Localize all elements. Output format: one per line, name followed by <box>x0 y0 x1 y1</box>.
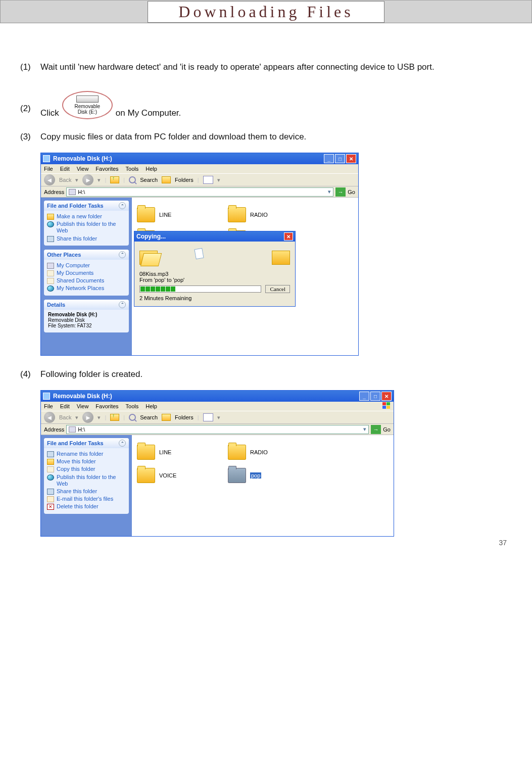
menu-favorites[interactable]: Favorites <box>95 166 118 172</box>
details-fs: File System: FAT32 <box>48 323 125 328</box>
document-icon <box>194 248 204 259</box>
menu-bar: File Edit View Favorites Tools Help <box>41 164 358 173</box>
side-panel: File and Folder Tasks⌃ Rename this folde… <box>41 435 132 536</box>
back-label: Back <box>59 414 71 420</box>
titlebar[interactable]: Removable Disk (H:) _ □ ✕ <box>41 153 358 164</box>
titlebar[interactable]: Removable Disk (H:) _ □ ✕ <box>41 391 394 402</box>
menu-help[interactable]: Help <box>146 166 157 172</box>
menu-tools[interactable]: Tools <box>126 403 139 409</box>
page-number: 37 <box>0 537 532 552</box>
folder-pop-selected[interactable]: pop <box>228 465 319 486</box>
menu-help[interactable]: Help <box>146 403 157 409</box>
menu-view[interactable]: View <box>77 166 89 172</box>
go-button[interactable]: → <box>371 425 381 434</box>
menu-file[interactable]: File <box>44 166 53 172</box>
page-banner: Downloading Files <box>0 0 532 23</box>
minimize-button[interactable]: _ <box>324 154 334 163</box>
details-header: Details <box>47 302 65 308</box>
address-bar: Address H:\ ▾ → Go <box>41 186 358 198</box>
forward-button[interactable]: ► <box>82 412 93 423</box>
close-button[interactable]: ✕ <box>346 154 356 163</box>
go-button[interactable]: → <box>335 187 346 197</box>
folder-view[interactable]: LINE RADIO VOICE pop <box>132 435 394 536</box>
up-button[interactable] <box>110 176 119 183</box>
task-share[interactable]: Share this folder <box>47 235 126 243</box>
back-button[interactable]: ◄ <box>44 412 55 423</box>
task-delete[interactable]: ✕Delete this folder <box>47 503 126 510</box>
task-publish[interactable]: Publish this folder to the Web <box>47 220 126 234</box>
back-label: Back <box>59 177 71 183</box>
forward-button[interactable]: ► <box>82 174 93 185</box>
task-email[interactable]: E-mail this folder's files <box>47 495 126 503</box>
other-my-documents[interactable]: My Documents <box>47 269 126 277</box>
drive-label-2: Disk (E:) <box>78 109 97 115</box>
step-3: (3) Copy music files or data from PC fol… <box>20 128 512 146</box>
folders-button[interactable]: Folders <box>175 414 194 420</box>
folder-icon <box>139 251 158 265</box>
step-2-text-post: on My Computer. <box>116 107 181 119</box>
address-field[interactable]: H:\ ▾ <box>66 425 369 434</box>
tasks-panel: File and Folder Tasks⌃ Make a new folder… <box>44 201 129 246</box>
task-rename[interactable]: Rename this folder <box>47 450 126 458</box>
folder-line[interactable]: LINE <box>137 205 228 225</box>
other-network[interactable]: My Network Places <box>47 284 126 292</box>
collapse-icon[interactable]: ⌃ <box>119 202 126 209</box>
task-move[interactable]: Move this folder <box>47 458 126 465</box>
details-name: Removable Disk (H:) <box>48 312 97 317</box>
folder-open-icon <box>228 468 246 483</box>
task-share[interactable]: Share this folder <box>47 488 126 495</box>
cancel-button[interactable]: Cancel <box>265 285 290 293</box>
window-title: Removable Disk (H:) <box>53 393 112 400</box>
copy-animation <box>139 246 290 269</box>
folder-voice[interactable]: VOICE <box>137 465 228 486</box>
step-1-text: Wait until 'new hardware detect' and 'it… <box>40 59 512 76</box>
close-button[interactable]: ✕ <box>284 232 293 241</box>
address-field[interactable]: H:\ ▾ <box>66 187 333 197</box>
menu-bar: File Edit View Favorites Tools Help <box>41 402 394 411</box>
drive-icon <box>43 393 50 400</box>
views-button[interactable] <box>203 176 213 184</box>
other-shared-docs[interactable]: Shared Documents <box>47 277 126 284</box>
address-value: H:\ <box>78 189 85 195</box>
folder-view[interactable]: LINE RADIO VOICE pop Copying... ✕ <box>132 198 358 355</box>
toolbar: ◄ Back ▾ ► ▾ | | Search Folders | ▾ <box>41 173 358 186</box>
menu-favorites[interactable]: Favorites <box>95 403 118 409</box>
go-label: Go <box>348 189 355 195</box>
collapse-icon[interactable]: ⌃ <box>119 251 126 258</box>
close-button[interactable]: ✕ <box>381 392 392 401</box>
task-publish[interactable]: Publish this folder to the Web <box>47 473 126 488</box>
back-button[interactable]: ◄ <box>44 174 55 185</box>
maximize-button[interactable]: □ <box>335 154 345 163</box>
other-my-computer[interactable]: My Computer <box>47 262 126 269</box>
folder-line[interactable]: LINE <box>137 442 228 462</box>
collapse-icon[interactable]: ⌃ <box>119 301 126 308</box>
step-4-text: Following folder is created. <box>40 366 512 383</box>
menu-edit[interactable]: Edit <box>60 403 70 409</box>
step-2-text-pre: Click <box>40 107 59 119</box>
drive-icon <box>69 426 76 433</box>
menu-tools[interactable]: Tools <box>126 166 139 172</box>
copy-titlebar[interactable]: Copying... ✕ <box>134 231 295 242</box>
task-new-folder[interactable]: Make a new folder <box>47 213 126 220</box>
views-button[interactable] <box>203 413 213 421</box>
search-icon <box>129 414 136 421</box>
copy-from: From 'pop' to 'pop' <box>139 277 290 283</box>
collapse-icon[interactable]: ⌃ <box>119 440 126 447</box>
minimize-button[interactable]: _ <box>359 392 369 401</box>
menu-file[interactable]: File <box>44 403 53 409</box>
task-copy[interactable]: Copy this folder <box>47 465 126 473</box>
folder-radio[interactable]: RADIO <box>228 442 319 462</box>
address-dropdown-icon[interactable]: ▾ <box>363 426 366 433</box>
search-button[interactable]: Search <box>140 414 158 420</box>
menu-edit[interactable]: Edit <box>60 166 70 172</box>
menu-view[interactable]: View <box>77 403 89 409</box>
maximize-button[interactable]: □ <box>370 392 380 401</box>
folders-button[interactable]: Folders <box>175 177 194 183</box>
window-title: Removable Disk (H:) <box>53 155 112 162</box>
search-button[interactable]: Search <box>140 177 158 183</box>
step-1-number: (1) <box>20 59 40 76</box>
folder-icon <box>272 251 290 265</box>
folder-radio[interactable]: RADIO <box>228 205 319 225</box>
up-button[interactable] <box>110 414 119 421</box>
address-dropdown-icon[interactable]: ▾ <box>328 188 331 195</box>
